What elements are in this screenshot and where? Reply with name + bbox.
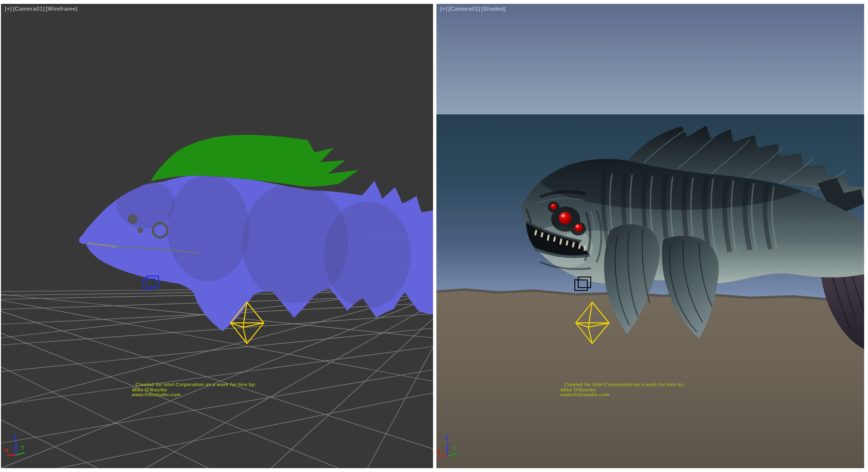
eye-specular-2: [576, 225, 578, 227]
red-eye-large: [559, 212, 571, 224]
eye-specular: [562, 215, 564, 217]
axis-x-label: X: [4, 447, 8, 454]
viewport-camera01-shaded[interactable]: [+][Camera01][Shaded]: [436, 4, 864, 468]
red-eye-medium: [575, 224, 583, 232]
fish-eye-spot: [128, 214, 137, 224]
viewport-menu-expand-button[interactable]: [+]: [440, 6, 448, 12]
fish-model-wireframe[interactable]: [79, 135, 433, 331]
viewport-label-right: [+][Camera01][Shaded]: [440, 6, 507, 12]
viewport-menu-shading-button[interactable]: [Wireframe]: [46, 6, 78, 12]
viewport-menu-expand-button[interactable]: [+]: [5, 6, 12, 12]
axis-z-label: Z: [445, 434, 448, 441]
viewport-menu-camera-button[interactable]: [Camera01]: [448, 6, 480, 12]
axis-x-label: X: [437, 448, 441, 455]
watermark-line-3: www.fritzstudio.com: [560, 392, 684, 398]
ground: [436, 289, 864, 468]
watermark-line-1: Created for Intel Corporation as a work …: [135, 382, 256, 388]
watermark-line-3: www.fritzstudio.com: [132, 392, 256, 398]
axis-gizmo: X Z Y: [4, 433, 25, 455]
fish-eye-spot-small: [137, 227, 143, 233]
viewport-menu-camera-button[interactable]: [Camera01]: [13, 6, 45, 12]
wireframe-scene: X Z Y: [1, 4, 433, 468]
license-watermark: Created for Intel Corporation as a work …: [132, 382, 257, 398]
viewport-label-left: [+][Camera01][Wireframe]: [5, 6, 79, 12]
viewport-camera01-wireframe[interactable]: [+][Camera01][Wireframe]: [1, 4, 433, 468]
license-watermark: Created for Intel Corporation as a work …: [560, 382, 685, 398]
watermark-line-1: Created for Intel Corporation as a work …: [564, 382, 685, 388]
sky: [436, 4, 864, 114]
axis-y-label: Y: [21, 444, 25, 451]
axis-y-label: Y: [452, 445, 456, 452]
viewport-menu-shading-button[interactable]: [Shaded]: [481, 6, 506, 12]
shaded-scene: X Z Y: [436, 4, 864, 468]
axis-z-label: Z: [13, 433, 16, 440]
red-eye-small: [551, 204, 557, 210]
application-window: [+][Camera01][Wireframe]: [0, 0, 868, 472]
